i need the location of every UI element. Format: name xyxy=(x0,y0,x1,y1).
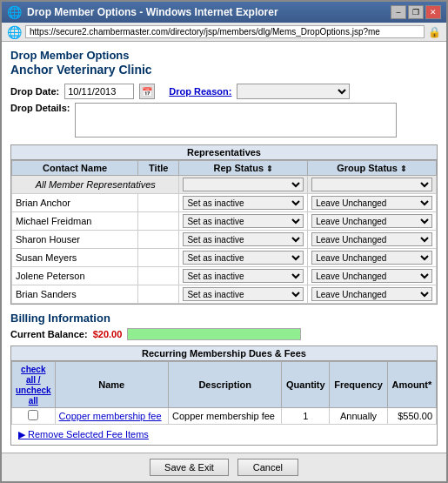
rep-status-cell: Set as inactiveKeep activeLeave Unchange… xyxy=(179,249,308,267)
col-title: Title xyxy=(138,161,179,176)
rep-title xyxy=(138,212,179,231)
cancel-button[interactable]: Cancel xyxy=(237,459,298,476)
calendar-button[interactable]: 📅 xyxy=(139,84,155,99)
balance-value: $20.00 xyxy=(93,329,123,339)
rep-status-select[interactable]: Set as inactiveKeep activeLeave Unchange… xyxy=(183,214,304,228)
col-fee-freq: Frequency xyxy=(330,362,387,408)
col-fee-amount: Amount* xyxy=(387,362,436,408)
group-status-select[interactable]: Leave UnchangedSet as inactiveKeep activ… xyxy=(311,251,432,265)
rep-status-sort-icon[interactable]: ⇕ xyxy=(266,164,273,173)
col-check-all: check all / uncheck all xyxy=(12,362,56,408)
col-fee-qty: Quantity xyxy=(282,362,330,408)
drop-details-label: Drop Details: xyxy=(10,103,70,113)
browser-icon: 🌐 xyxy=(7,25,22,39)
rep-title xyxy=(138,249,179,267)
rep-name: Susan Meyers xyxy=(12,249,138,267)
group-status-select[interactable]: Leave UnchangedSet as inactiveKeep activ… xyxy=(311,232,432,246)
group-status-sort-icon[interactable]: ⇕ xyxy=(400,164,407,173)
all-rep-status-cell xyxy=(179,176,308,194)
table-row: Brian AnchorSet as inactiveKeep activeLe… xyxy=(12,194,437,212)
rep-status-cell: Set as inactiveKeep activeLeave Unchange… xyxy=(179,267,308,285)
drop-date-row: Drop Date: 📅 Drop Reason: xyxy=(10,84,438,99)
group-status-cell: Leave UnchangedSet as inactiveKeep activ… xyxy=(308,267,437,285)
representatives-section: Representatives Contact Name Title Rep S… xyxy=(10,144,438,305)
close-button[interactable]: ✕ xyxy=(425,5,441,19)
group-status-cell: Leave UnchangedSet as inactiveKeep activ… xyxy=(308,249,437,267)
group-status-select[interactable]: Leave UnchangedSet as inactiveKeep activ… xyxy=(311,287,432,301)
group-status-cell: Leave UnchangedSet as inactiveKeep activ… xyxy=(308,285,437,304)
drop-date-input[interactable] xyxy=(64,84,134,99)
drop-reason-select[interactable] xyxy=(237,84,350,99)
rep-status-select[interactable]: Set as inactiveKeep activeLeave Unchange… xyxy=(183,251,304,265)
rep-name: Michael Freidman xyxy=(12,212,138,231)
check-all-link[interactable]: check all / uncheck all xyxy=(16,365,51,406)
ie-icon: 🌐 xyxy=(7,5,22,19)
balance-bar xyxy=(127,328,301,340)
rep-status-cell: Set as inactiveKeep activeLeave Unchange… xyxy=(179,194,308,212)
fees-section: Recurring Membership Dues & Fees check a… xyxy=(10,345,438,446)
address-text: https://secure2.chambermaster.com/direct… xyxy=(25,25,425,38)
lock-icon: 🔒 xyxy=(428,26,441,38)
page-title: Drop Member Options xyxy=(10,49,438,62)
content-area: Drop Member Options Anchor Veterinary Cl… xyxy=(2,42,446,453)
group-status-select[interactable]: Leave UnchangedSet as inactiveKeep activ… xyxy=(311,196,432,210)
table-row: Brian SandersSet as inactiveKeep activeL… xyxy=(12,285,437,304)
billing-section: Billing Information Current Balance: $20… xyxy=(10,312,438,446)
group-status-select[interactable]: Leave UnchangedSet as inactiveKeep activ… xyxy=(311,214,432,228)
table-row: Sharon HouserSet as inactiveKeep activeL… xyxy=(12,231,437,249)
rep-title xyxy=(138,194,179,212)
group-status-cell: Leave UnchangedSet as inactiveKeep activ… xyxy=(308,194,437,212)
group-status-cell: Leave UnchangedSet as inactiveKeep activ… xyxy=(308,231,437,249)
rep-title xyxy=(138,267,179,285)
billing-title: Billing Information xyxy=(10,312,438,325)
bottom-bar: Save & Exit Cancel xyxy=(2,453,446,481)
representatives-header: Representatives xyxy=(11,145,437,160)
col-fee-desc: Description xyxy=(168,362,281,408)
drop-reason-label[interactable]: Drop Reason: xyxy=(169,86,231,97)
drop-details-textarea[interactable] xyxy=(75,103,397,138)
table-row: Jolene PetersonSet as inactiveKeep activ… xyxy=(12,267,437,285)
drop-date-label: Drop Date: xyxy=(10,86,59,97)
group-status-cell: Leave UnchangedSet as inactiveKeep activ… xyxy=(308,212,437,231)
rep-name: Jolene Peterson xyxy=(12,267,138,285)
save-exit-button[interactable]: Save & Exit xyxy=(150,459,229,476)
fees-table: check all / uncheck all Name Description… xyxy=(11,361,437,425)
main-window: 🌐 Drop Member Options - Windows Internet… xyxy=(0,0,448,483)
rep-name: Sharon Houser xyxy=(12,231,138,249)
restore-button[interactable]: ❐ xyxy=(408,5,424,19)
fee-checkbox[interactable] xyxy=(28,410,38,420)
balance-label: Current Balance: xyxy=(10,329,88,339)
fees-header: Recurring Membership Dues & Fees xyxy=(11,346,437,361)
address-bar: 🌐 https://secure2.chambermaster.com/dire… xyxy=(2,23,446,42)
clinic-name: Anchor Veterinary Clinic xyxy=(10,63,438,77)
group-status-select[interactable]: Leave UnchangedSet as inactiveKeep activ… xyxy=(311,269,432,283)
all-group-status-cell xyxy=(308,176,437,194)
fee-checkbox-cell xyxy=(12,408,56,425)
rep-name: Brian Anchor xyxy=(12,194,138,212)
rep-status-cell: Set as inactiveKeep activeLeave Unchange… xyxy=(179,285,308,304)
rep-status-select[interactable]: Set as inactiveKeep activeLeave Unchange… xyxy=(183,232,304,246)
fee-name: Copper membership fee xyxy=(55,408,168,425)
rep-status-cell: Set as inactiveKeep activeLeave Unchange… xyxy=(179,231,308,249)
table-row: Copper membership feeCopper membership f… xyxy=(12,408,437,425)
fee-frequency: Annually xyxy=(330,408,387,425)
fee-amount: $550.00 xyxy=(387,408,436,425)
rep-status-select[interactable]: Set as inactiveKeep activeLeave Unchange… xyxy=(183,287,304,301)
table-row: Susan MeyersSet as inactiveKeep activeLe… xyxy=(12,249,437,267)
col-group-status: Group Status ⇕ xyxy=(308,161,437,176)
rep-status-select[interactable]: Set as inactiveKeep activeLeave Unchange… xyxy=(183,196,304,210)
representatives-table: Contact Name Title Rep Status ⇕ Group St… xyxy=(11,160,437,304)
all-group-status-select[interactable] xyxy=(311,178,432,191)
minimize-button[interactable]: – xyxy=(391,5,406,19)
rep-status-select[interactable]: Set as inactiveKeep activeLeave Unchange… xyxy=(183,269,304,283)
all-rep-status-select[interactable] xyxy=(183,178,304,191)
window-controls: – ❐ ✕ xyxy=(391,5,441,19)
col-fee-name: Name xyxy=(55,362,168,408)
col-contact: Contact Name xyxy=(12,161,138,176)
drop-details-row: Drop Details: xyxy=(10,103,438,138)
col-rep-status: Rep Status ⇕ xyxy=(179,161,308,176)
rep-title xyxy=(138,285,179,304)
title-bar: 🌐 Drop Member Options - Windows Internet… xyxy=(2,2,446,23)
remove-fees-link[interactable]: ▶ Remove Selected Fee Items xyxy=(15,427,152,442)
window-title: Drop Member Options - Windows Internet E… xyxy=(27,6,278,18)
